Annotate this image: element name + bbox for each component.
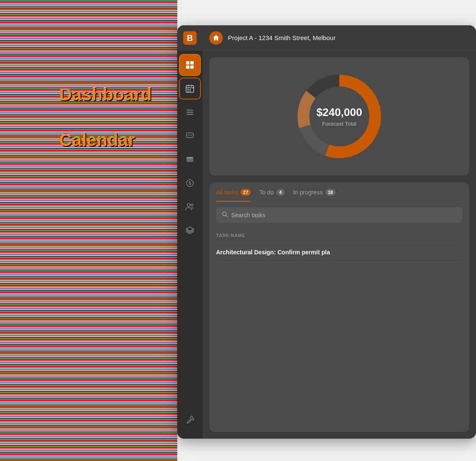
search-icon [222,211,228,218]
tools-icon [186,415,194,423]
budget-icon: $ [186,179,194,187]
sidebar: B [177,25,203,439]
table-row[interactable]: Architectural Design: Confirm permit pla [216,243,462,262]
search-bar[interactable]: Search tasks [216,207,462,223]
tab-all-tasks[interactable]: All tasks 27 [216,189,251,202]
header: Project A - 1234 Smith Street, Melbour [203,25,476,51]
task-name: Architectural Design: Confirm permit pla [216,249,330,256]
svg-text:$: $ [189,181,191,186]
sidebar-item-dashboard[interactable] [179,54,201,76]
sidebar-item-tools[interactable] [179,408,201,430]
svg-rect-0 [186,61,189,65]
svg-rect-20 [187,159,193,162]
svg-rect-10 [187,91,189,92]
calendar-icon [186,84,194,93]
svg-rect-2 [186,65,189,69]
tab-todo-badge: 4 [276,189,285,196]
sidebar-item-team[interactable] [179,196,201,218]
tab-all-label: All tasks [216,189,238,196]
overlay-labels: Dashboard Calendar [59,84,151,150]
tab-inprogress-badge: 18 [325,189,335,196]
tab-all-badge: 27 [241,189,251,196]
tasks-card: All tasks 27 To do 4 In progress 18 [209,182,469,432]
logo-text: B [187,33,193,43]
svg-point-17 [189,135,190,135]
sidebar-item-files[interactable] [179,148,201,170]
donut-center: $240,000 Forecast Total [316,106,362,127]
tasks-icon [186,108,194,116]
svg-point-23 [187,204,190,207]
messages-icon [186,132,194,140]
sidebar-nav: $ [177,51,203,243]
svg-rect-3 [190,65,194,69]
tab-todo[interactable]: To do 4 [259,189,284,202]
main-content: Project A - 1234 Smith Street, Melbour [203,25,476,439]
files-icon [186,155,194,164]
calendar-label: Calendar [59,130,151,150]
donut-amount: $240,000 [316,106,362,119]
svg-point-24 [191,204,193,206]
svg-rect-8 [187,89,189,90]
svg-rect-1 [190,61,194,65]
chart-card: $240,000 Forecast Total [209,57,469,175]
layers-icon [185,226,195,235]
sidebar-item-budget[interactable]: $ [179,172,201,194]
dashboard-icon [185,60,195,70]
tasks-tabs: All tasks 27 To do 4 In progress 18 [209,182,469,202]
svg-line-31 [226,216,228,217]
task-table-header: TASK NAME [216,228,462,243]
home-icon [209,31,223,45]
glitch-background [0,0,177,461]
project-title: Project A - 1234 Smith Street, Melbour [228,34,335,41]
sidebar-logo[interactable]: B [177,25,203,51]
sidebar-bottom [179,408,201,439]
sidebar-item-calendar[interactable] [179,78,201,100]
sidebar-item-tasks[interactable] [179,101,201,123]
tasks-body: Search tasks TASK NAME Architectural Des… [209,202,469,267]
donut-chart: $240,000 Forecast Total [293,70,386,163]
content-area: $240,000 Forecast Total All tasks 27 To … [203,51,476,439]
sidebar-item-layers[interactable] [179,219,201,241]
tab-inprogress[interactable]: In progress 18 [293,189,335,202]
dashboard-label: Dashboard [59,84,151,105]
svg-rect-9 [189,89,191,90]
app-container: B [177,25,476,439]
sidebar-item-messages[interactable] [179,125,201,147]
donut-label: Forecast Total [316,121,362,127]
task-column-header: TASK NAME [216,233,245,238]
tab-todo-label: To do [259,189,273,196]
logo-icon: B [183,31,197,45]
tab-inprogress-label: In progress [293,189,323,196]
svg-point-16 [188,135,189,135]
team-icon [185,202,195,211]
svg-point-18 [191,135,192,135]
search-placeholder: Search tasks [231,212,265,218]
svg-rect-11 [189,91,191,92]
